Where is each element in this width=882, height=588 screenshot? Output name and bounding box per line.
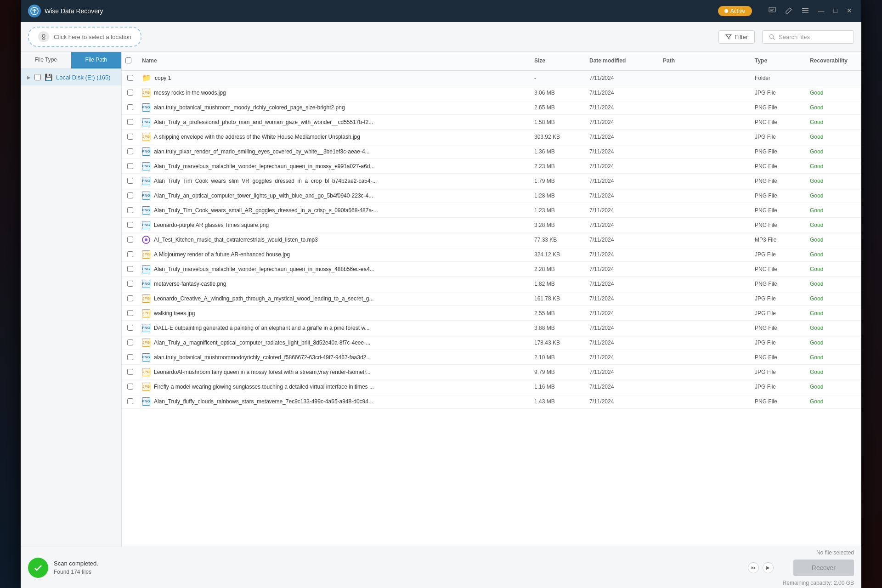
table-row[interactable]: JPGLeonardo_Creative_A_winding_path_thro… xyxy=(122,291,861,306)
table-row[interactable]: PNGalan.truly_botanical_mushroom_moody_r… xyxy=(122,100,861,115)
file-path-cell xyxy=(659,77,751,79)
table-row[interactable]: AI_Test_Kitchen_music_that_extraterrestr… xyxy=(122,232,861,247)
row-checkbox[interactable] xyxy=(127,222,133,228)
file-recover-cell: Good xyxy=(806,265,861,273)
row-checkbox[interactable] xyxy=(127,237,133,243)
header-recoverability: Recoverability xyxy=(806,56,861,67)
recover-button[interactable]: Recover xyxy=(793,560,854,576)
file-type-icon: JPG xyxy=(142,250,150,259)
status-bar: Scan completed. Found 174 files ⏮ ▶ No f… xyxy=(21,547,861,588)
file-name-text: walking trees.jpg xyxy=(154,310,195,317)
location-selector[interactable]: Click here to select a location xyxy=(28,27,141,47)
file-date-cell: 7/11/2024 xyxy=(586,294,659,303)
row-checkbox[interactable] xyxy=(127,207,133,213)
table-row[interactable]: JPGAlan_Truly_a_magnificent_optical_comp… xyxy=(122,335,861,350)
file-path-cell xyxy=(659,121,751,123)
table-row[interactable]: 📁copy 1-7/11/2024Folder xyxy=(122,71,861,85)
file-recover-cell: Good xyxy=(806,206,861,215)
filter-button[interactable]: Filter xyxy=(718,30,755,44)
file-type-icon: PNG xyxy=(142,103,150,112)
table-row[interactable]: PNGalan.truly_botanical_mushroommodoyric… xyxy=(122,350,861,365)
header-path: Path xyxy=(659,56,751,67)
found-files-text: Found 174 files xyxy=(54,569,748,575)
row-checkbox[interactable] xyxy=(127,148,133,154)
file-date-cell: 7/11/2024 xyxy=(586,162,659,170)
play-button[interactable]: ▶ xyxy=(763,562,774,573)
row-checkbox[interactable] xyxy=(127,398,133,404)
row-checkbox[interactable] xyxy=(127,192,133,198)
table-row[interactable]: JPGLeonardoAI-mushroom fairy queen in a … xyxy=(122,365,861,379)
file-recover-cell: Good xyxy=(806,147,861,156)
table-row[interactable]: PNGAlan_Truly_fluffy_clouds_rainbows_sta… xyxy=(122,394,861,409)
menu-button[interactable] xyxy=(800,6,811,17)
tab-file-path[interactable]: File Path xyxy=(71,52,122,68)
file-recover-cell: Good xyxy=(806,294,861,303)
file-recover-cell: Good xyxy=(806,133,861,141)
file-type-cell: PNG File xyxy=(751,192,806,200)
table-row[interactable]: PNGalan.truly_pixar_render_of_mario_smil… xyxy=(122,144,861,159)
file-date-cell: 7/11/2024 xyxy=(586,192,659,200)
table-row[interactable]: JPGA shipping envelope with the address … xyxy=(122,130,861,144)
table-row[interactable]: PNGAlan_Truly_a_professional_photo_man_a… xyxy=(122,115,861,130)
file-name-cell: AI_Test_Kitchen_music_that_extraterrestr… xyxy=(138,235,531,245)
minimize-button[interactable]: — xyxy=(816,6,826,17)
row-checkbox[interactable] xyxy=(127,178,133,184)
row-checkbox[interactable] xyxy=(127,266,133,272)
file-name-cell: JPGAlan_Truly_a_magnificent_optical_comp… xyxy=(138,338,531,348)
row-checkbox[interactable] xyxy=(127,339,133,345)
table-row[interactable]: PNGAlan_Truly_marvelous_malachite_wonder… xyxy=(122,159,861,174)
file-type-icon: PNG xyxy=(142,353,150,362)
table-row[interactable]: PNGAlan_Truly_marvelous_malachite_wonder… xyxy=(122,262,861,277)
table-row[interactable]: PNGLeonardo-purple AR glasses Times squa… xyxy=(122,218,861,232)
tab-file-type[interactable]: File Type xyxy=(21,52,71,68)
row-checkbox[interactable] xyxy=(127,295,133,301)
table-row[interactable]: PNGmetaverse-fantasy-castle.png1.82 MB7/… xyxy=(122,277,861,291)
rewind-button[interactable]: ⏮ xyxy=(748,562,759,573)
feedback-button[interactable] xyxy=(767,6,778,17)
sidebar: File Type File Path ▶ 💾 Local Disk (E:) … xyxy=(21,52,122,547)
row-checkbox[interactable] xyxy=(127,134,133,140)
file-type-icon: JPG xyxy=(142,309,150,317)
file-recover-cell: Good xyxy=(806,353,861,362)
edit-button[interactable] xyxy=(783,6,794,17)
table-row[interactable]: PNGAlan_Truly_Tim_Cook_wears_slim_VR_gog… xyxy=(122,174,861,188)
file-name-cell: 📁copy 1 xyxy=(138,73,531,83)
close-button[interactable]: ✕ xyxy=(845,6,854,17)
row-checkbox-cell xyxy=(122,281,138,287)
file-type-cell: PNG File xyxy=(751,353,806,362)
table-row[interactable]: PNGAlan_Truly_an_optical_computer_tower_… xyxy=(122,188,861,203)
file-name-cell: PNGAlan_Truly_fluffy_clouds_rainbows_sta… xyxy=(138,396,531,407)
table-row[interactable]: JPGwalking trees.jpg2.55 MB7/11/2024JPG … xyxy=(122,306,861,321)
row-checkbox[interactable] xyxy=(127,354,133,360)
row-checkbox-cell xyxy=(122,192,138,198)
file-name-text: Alan_Truly_an_optical_computer_tower_lig… xyxy=(154,192,373,199)
row-checkbox[interactable] xyxy=(127,104,133,110)
row-checkbox-cell xyxy=(122,354,138,360)
row-checkbox[interactable] xyxy=(127,325,133,331)
row-checkbox[interactable] xyxy=(127,75,133,81)
row-checkbox[interactable] xyxy=(127,369,133,375)
select-all-checkbox[interactable] xyxy=(125,57,131,63)
table-row[interactable]: JPGA Midjourney render of a future AR-en… xyxy=(122,247,861,262)
sidebar-item-label: Local Disk (E:) (165) xyxy=(56,74,110,81)
table-row[interactable]: PNGDALL-E outpainting generated a painti… xyxy=(122,321,861,335)
file-name-text: Firefly-a model wearing glowing sunglass… xyxy=(154,384,374,390)
row-checkbox[interactable] xyxy=(127,119,133,125)
row-checkbox[interactable] xyxy=(127,251,133,257)
file-size-cell: 1.43 MB xyxy=(531,397,586,406)
search-box[interactable]: Search files xyxy=(762,30,854,44)
row-checkbox[interactable] xyxy=(127,310,133,316)
row-checkbox[interactable] xyxy=(127,384,133,390)
row-checkbox[interactable] xyxy=(127,281,133,287)
sidebar-item-local-disk[interactable]: ▶ 💾 Local Disk (E:) (165) xyxy=(21,69,121,85)
file-size-cell: 3.06 MB xyxy=(531,89,586,97)
file-name-cell: JPGLeonardoAI-mushroom fairy queen in a … xyxy=(138,367,531,377)
table-row[interactable]: PNGAlan_Truly_Tim_Cook_wears_small_AR_go… xyxy=(122,203,861,218)
row-checkbox[interactable] xyxy=(127,163,133,169)
table-row[interactable]: JPGmossy rocks in the woods.jpg3.06 MB7/… xyxy=(122,85,861,100)
row-checkbox[interactable] xyxy=(127,90,133,96)
local-disk-checkbox[interactable] xyxy=(34,74,41,80)
file-recover-cell: Good xyxy=(806,309,861,317)
table-row[interactable]: JPGFirefly-a model wearing glowing sungl… xyxy=(122,379,861,394)
maximize-button[interactable]: □ xyxy=(832,6,839,17)
